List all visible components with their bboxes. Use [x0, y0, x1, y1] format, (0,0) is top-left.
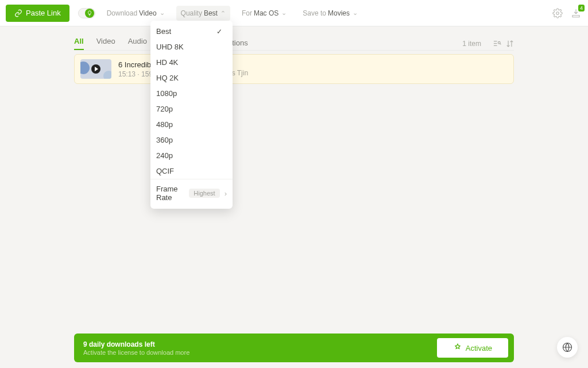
activate-button[interactable]: Activate — [437, 338, 508, 358]
quality-option-label: HQ 2K — [156, 74, 179, 82]
activate-icon — [453, 343, 462, 352]
quality-label: Quality — [181, 9, 202, 17]
download-type-dropdown[interactable]: Download Video ⌄ — [102, 6, 169, 21]
queue-button[interactable]: 4 — [570, 7, 582, 20]
tabs-row: All Video Audio Pla 1 item — [74, 37, 514, 51]
main-content: All Video Audio Pla 1 item 6 Incredible … — [0, 26, 588, 84]
quality-option-360p[interactable]: 360p — [150, 132, 233, 148]
saveto-value: Movies — [328, 9, 350, 17]
clipboard-link-icon — [14, 9, 22, 17]
item-count: 1 item — [462, 40, 481, 48]
chevron-right-icon: › — [225, 189, 227, 198]
quality-option-720p[interactable]: 720p — [150, 101, 233, 117]
quality-option-480p[interactable]: 480p — [150, 117, 233, 132]
search-list-button[interactable] — [493, 39, 501, 48]
download-value: Video — [139, 9, 156, 17]
quality-option-best[interactable]: Best ✓ — [150, 24, 233, 39]
platform-dropdown[interactable]: For Mac OS ⌄ — [237, 6, 291, 21]
saveto-label: Save to — [303, 9, 326, 17]
chevron-down-icon: ⌄ — [281, 9, 287, 17]
for-value: Mac OS — [254, 9, 278, 17]
quality-option-label: HD 4K — [156, 58, 178, 67]
chevron-up-icon: ⌄ — [220, 9, 226, 17]
queue-count-badge: 4 — [578, 5, 585, 12]
language-button[interactable] — [557, 337, 578, 358]
tab-video[interactable]: Video — [96, 37, 115, 50]
quality-option-label: Best — [156, 27, 171, 36]
play-icon — [91, 64, 100, 74]
quality-option-label: QCIF — [156, 167, 174, 175]
gear-icon — [552, 8, 563, 18]
quality-menu: Best ✓ UHD 8K HD 4K HQ 2K 1080p 720p 480… — [150, 21, 233, 209]
frame-rate-label: Frame Rate — [156, 185, 184, 202]
quality-option-label: 240p — [156, 151, 173, 160]
quality-option-label: 360p — [156, 136, 173, 144]
sort-icon — [506, 40, 514, 48]
for-label: For — [242, 9, 252, 17]
quality-option-1080p[interactable]: 1080p — [150, 86, 233, 101]
quality-option-qcif[interactable]: QCIF — [150, 163, 233, 179]
quality-option-hd4k[interactable]: HD 4K — [150, 55, 233, 70]
quality-option-label: 480p — [156, 120, 173, 129]
svg-point-0 — [556, 12, 559, 14]
paste-link-button[interactable]: Paste Link — [6, 5, 69, 22]
activate-label: Activate — [466, 344, 492, 352]
tab-audio[interactable]: Audio — [128, 37, 147, 50]
quality-option-label: UHD 8K — [156, 43, 184, 51]
quality-value: Best — [204, 9, 218, 17]
top-toolbar: Paste Link Download Video ⌄ Quality Best… — [0, 0, 588, 26]
bulb-icon — [85, 9, 94, 18]
list-item[interactable]: 6 Incredible AI 15:13 · 159.4 M — [74, 54, 514, 84]
svg-line-5 — [500, 44, 501, 45]
download-list: 6 Incredible AI 15:13 · 159.4 M — [74, 54, 514, 84]
video-thumbnail — [80, 59, 111, 79]
saveto-dropdown[interactable]: Save to Movies ⌄ — [298, 6, 362, 21]
quality-dropdown[interactable]: Quality Best ⌄ — [176, 6, 230, 21]
settings-button[interactable] — [551, 7, 564, 20]
sort-button[interactable] — [506, 40, 514, 48]
globe-icon — [562, 342, 572, 352]
frame-rate-value-chip: Highest — [189, 189, 219, 198]
chevron-down-icon: ⌄ — [353, 9, 358, 17]
banner-line1: 9 daily downloads left — [83, 340, 189, 348]
quality-option-label: 720p — [156, 105, 173, 113]
search-list-icon — [493, 39, 501, 48]
frame-rate-submenu[interactable]: Frame Rate Highest › — [150, 179, 233, 206]
quality-option-240p[interactable]: 240p — [150, 148, 233, 163]
quality-option-label: 1080p — [156, 89, 177, 98]
download-label: Download — [107, 9, 137, 17]
chevron-down-icon: ⌄ — [160, 9, 165, 17]
auto-download-toggle[interactable] — [78, 8, 95, 18]
tab-all[interactable]: All — [74, 37, 84, 50]
quality-option-hq2k[interactable]: HQ 2K — [150, 70, 233, 86]
license-banner: 9 daily downloads left Activate the lice… — [74, 334, 514, 362]
check-icon: ✓ — [216, 28, 222, 36]
paste-link-label: Paste Link — [26, 9, 61, 17]
banner-line2: Activate the license to download more — [83, 349, 189, 356]
quality-option-uhd8k[interactable]: UHD 8K — [150, 39, 233, 55]
